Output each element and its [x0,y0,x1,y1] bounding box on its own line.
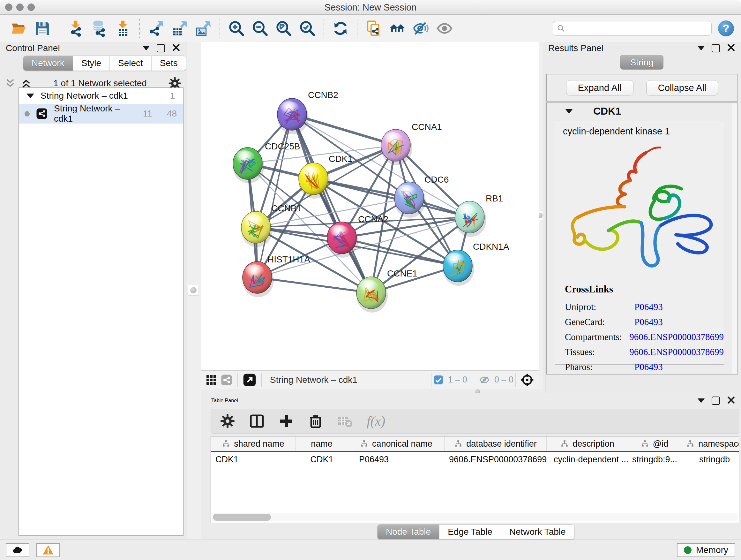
tab-network[interactable]: Network [23,56,73,71]
zoom-in-icon[interactable] [227,19,246,37]
crosslink-link[interactable]: P06493 [634,300,663,314]
right-splitter[interactable] [539,42,542,389]
network-node-RB1[interactable]: RB1 [455,193,503,237]
expand-all-button[interactable]: Expand All [566,80,633,96]
network-edge[interactable] [257,114,292,277]
tab-network-table[interactable]: Network Table [501,524,574,539]
left-splitter[interactable] [186,42,201,540]
clone-network-icon[interactable] [365,19,383,37]
panel-menu-icon[interactable] [697,398,704,403]
show-eye-icon[interactable] [435,19,454,37]
close-panel-icon[interactable] [727,396,735,406]
cloud-status-button[interactable] [6,543,29,557]
hidden-eye-icon[interactable] [479,374,490,385]
network-collection-row[interactable]: String Network – cdk1 1 [19,88,183,104]
crosslink-link[interactable]: 9606.ENSP00000378699 [629,345,724,360]
crosslink-link[interactable]: P06493 [634,314,663,329]
cell-id[interactable]: stringdb:9... [628,452,681,467]
table-options-gear-icon[interactable] [220,414,235,429]
export-image-icon[interactable] [194,19,212,37]
close-panel-icon[interactable] [172,44,180,53]
column-header[interactable]: namespace [681,436,739,451]
close-window-button[interactable] [5,3,12,11]
first-neighbors-icon[interactable] [388,19,406,37]
network-edge[interactable] [292,114,371,293]
collection-expand-icon[interactable] [26,94,34,98]
close-panel-icon[interactable] [727,44,735,53]
show-columns-icon[interactable] [249,414,265,429]
create-column-plus-icon[interactable] [279,414,294,429]
float-panel-icon[interactable] [712,396,720,405]
column-header[interactable]: database identifier [445,436,547,451]
network-node-CCNE1[interactable]: CCNE1 [356,268,417,313]
search-input[interactable] [568,23,708,33]
delete-table-icon[interactable] [337,414,353,429]
crosslink-link[interactable]: P06493 [634,360,663,374]
delete-column-trash-icon[interactable] [308,414,323,429]
crosslink-link[interactable]: 9606.ENSP00000378699 [629,329,724,345]
cell-name[interactable]: CDK1 [295,452,348,467]
cell-canonical-name[interactable]: P06493 [348,452,445,467]
cell-shared-name[interactable]: CDK1 [211,452,295,467]
gene-section-header[interactable]: CDK1 [547,103,738,119]
results-scroll-area[interactable]: CDK1 cyclin-dependent kinase 1 [546,103,738,374]
network-node-CDC6[interactable]: CDC6 [394,175,449,218]
left-splitter-handle[interactable] [188,285,199,296]
table-horizontal-scrollbar[interactable] [212,513,738,521]
memory-button[interactable]: Memory [677,543,735,557]
maximize-window-button[interactable] [27,3,35,11]
panel-menu-icon[interactable] [697,46,704,51]
float-panel-icon[interactable] [712,44,720,52]
warnings-button[interactable] [37,543,60,557]
panel-menu-icon[interactable] [143,46,150,51]
network-edge[interactable] [257,277,371,293]
column-header[interactable]: canonical name [348,436,445,451]
grid-view-icon[interactable] [205,374,217,386]
column-header[interactable]: @id [628,436,681,451]
zoom-fit-icon[interactable] [275,19,293,37]
export-table-icon[interactable] [171,19,189,37]
tab-select[interactable]: Select [110,56,151,71]
tab-edge-table[interactable]: Edge Table [440,524,501,539]
network-row-selected[interactable]: String Network – cdk1 11 48 [19,104,183,124]
refresh-icon[interactable] [332,19,349,37]
cell-namespace[interactable]: stringdb [681,452,739,467]
network-node-HIST1H1A[interactable]: HIST1H1A [243,254,310,297]
float-panel-icon[interactable] [157,44,165,52]
column-header[interactable]: description [547,436,628,451]
import-table-icon[interactable] [114,19,132,37]
open-session-icon[interactable] [10,19,28,37]
import-network-database-icon[interactable] [90,19,108,37]
help-button[interactable]: ? [718,20,734,37]
cell-description[interactable]: cyclin-dependent ... [547,452,628,467]
section-expand-icon[interactable] [565,109,573,114]
column-header[interactable]: shared name [211,436,295,451]
column-header[interactable]: name [295,436,348,451]
function-builder-icon[interactable]: f(x) [367,414,385,429]
import-network-file-icon[interactable] [67,19,84,37]
selected-checkbox-icon[interactable] [433,375,444,385]
hide-selected-icon[interactable] [412,19,430,37]
fit-content-crosshair-icon[interactable] [520,373,534,387]
network-node-CCNB2[interactable]: CCNB2 [277,90,338,134]
tab-sets[interactable]: Sets [151,56,186,71]
table-row[interactable]: CDK1 CDK1 P06493 9606.ENSP00000378699 cy… [211,452,739,467]
save-session-icon[interactable] [33,19,51,37]
collapse-all-button[interactable]: Collapse All [646,80,718,96]
network-view-icon[interactable] [221,374,232,386]
results-vertical-scrollbar[interactable] [732,104,737,374]
zoom-selected-icon[interactable] [298,19,316,37]
detach-view-icon[interactable] [243,373,256,387]
cell-database-identifier[interactable]: 9606.ENSP00000378699 [445,452,547,467]
minimize-window-button[interactable] [16,3,23,11]
zoom-out-icon[interactable] [251,19,269,37]
network-node-CCNA1[interactable]: CCNA1 [381,122,442,165]
network-node-CDKN1A[interactable]: CDKN1A [443,242,509,286]
collapse-all-networks-icon[interactable] [4,78,16,89]
tab-node-table[interactable]: Node Table [378,524,440,539]
scrollbar-thumb[interactable] [213,514,271,521]
network-canvas[interactable]: CCNB2CCNA1CDC25BCDK1CDC6RB1CCNB1CCNA2CDK… [201,42,539,370]
export-network-icon[interactable] [147,19,165,37]
network-node-CDC25B[interactable]: CDC25B [233,141,300,183]
tab-style[interactable]: Style [73,56,110,71]
